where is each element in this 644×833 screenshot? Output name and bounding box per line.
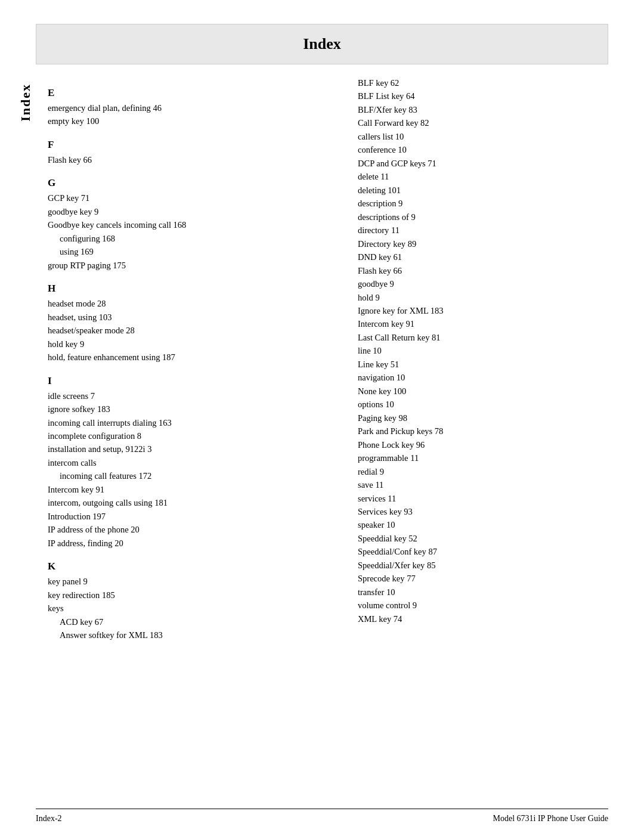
list-item: Park and Pickup keys 78 — [346, 425, 608, 438]
section-header-e: E — [48, 87, 310, 99]
section-header-i: I — [48, 375, 310, 387]
list-item: delete 11 — [346, 170, 608, 183]
list-item: XML key 74 — [346, 612, 608, 625]
section-header-h: H — [48, 283, 310, 295]
list-item: hold 9 — [346, 291, 608, 304]
list-item: Last Call Return key 81 — [346, 331, 608, 344]
list-item: speaker 10 — [346, 518, 608, 531]
list-item: Ignore key for XML 183 — [346, 304, 608, 317]
left-column: Eemergency dial plan, defining 46empty k… — [48, 76, 328, 797]
list-item: Sprecode key 77 — [346, 572, 608, 585]
main-content: Eemergency dial plan, defining 46empty k… — [48, 76, 608, 797]
list-item: incoming call features 172 — [48, 469, 310, 482]
page-title: Index — [36, 35, 608, 53]
list-item: deleting 101 — [346, 184, 608, 197]
list-item: callers list 10 — [346, 130, 608, 143]
list-item: descriptions of 9 — [346, 210, 608, 224]
section-header-g: G — [48, 177, 310, 189]
list-item: goodbye 9 — [346, 277, 608, 290]
list-item: group RTP paging 175 — [48, 259, 310, 272]
list-item: Intercom key 91 — [48, 483, 310, 496]
list-item: Line key 51 — [346, 358, 608, 371]
list-item: emergency dial plan, defining 46 — [48, 101, 310, 114]
list-item: line 10 — [346, 344, 608, 357]
side-label: Index — [18, 83, 33, 122]
list-item: goodbye key 9 — [48, 205, 310, 218]
footer: Index-2 Model 6731i IP Phone User Guide — [36, 809, 608, 833]
list-item: BLF List key 64 — [346, 89, 608, 103]
list-item: Answer softkey for XML 183 — [48, 628, 310, 642]
list-item: empty key 100 — [48, 114, 310, 128]
list-item: transfer 10 — [346, 586, 608, 599]
list-item: Introduction 197 — [48, 510, 310, 523]
list-item: Speeddial/Conf key 87 — [346, 545, 608, 558]
list-item: headset/speaker mode 28 — [48, 324, 310, 337]
list-item: key panel 9 — [48, 575, 310, 588]
section-header-f: F — [48, 139, 310, 151]
list-item: volume control 9 — [346, 599, 608, 612]
list-item: keys — [48, 602, 310, 615]
list-item: programmable 11 — [346, 451, 608, 465]
list-item: configuring 168 — [48, 232, 310, 245]
list-item: incoming call interrupts dialing 163 — [48, 416, 310, 429]
list-item: Speeddial/Xfer key 85 — [346, 559, 608, 572]
list-item: DND key 61 — [346, 250, 608, 264]
list-item: headset, using 103 — [48, 311, 310, 324]
list-item: Flash key 66 — [48, 153, 310, 166]
list-item: ACD key 67 — [48, 615, 310, 628]
list-item: services 11 — [346, 492, 608, 505]
list-item: redial 9 — [346, 465, 608, 478]
list-item: save 11 — [346, 478, 608, 491]
list-item: intercom, outgoing calls using 181 — [48, 496, 310, 509]
footer-left: Index-2 — [36, 814, 62, 823]
list-item: BLF/Xfer key 83 — [346, 103, 608, 116]
list-item: installation and setup, 9122i 3 — [48, 442, 310, 456]
list-item: IP address of the phone 20 — [48, 523, 310, 536]
list-item: hold key 9 — [48, 337, 310, 351]
list-item: IP address, finding 20 — [48, 537, 310, 550]
list-item: Intercom key 91 — [346, 317, 608, 330]
list-item: DCP and GCP keys 71 — [346, 157, 608, 170]
list-item: BLF key 62 — [346, 76, 608, 89]
list-item: Goodbye key cancels incoming call 168 — [48, 218, 310, 231]
list-item: description 9 — [346, 197, 608, 210]
list-item: idle screens 7 — [48, 389, 310, 402]
list-item: GCP key 71 — [48, 191, 310, 205]
list-item: ignore sofkey 183 — [48, 402, 310, 416]
list-item: Paging key 98 — [346, 411, 608, 425]
right-column: BLF key 62BLF List key 64BLF/Xfer key 83… — [328, 76, 608, 797]
list-item: incomplete configuration 8 — [48, 429, 310, 442]
list-item: hold, feature enhancement using 187 — [48, 351, 310, 364]
list-item: headset mode 28 — [48, 297, 310, 310]
list-item: navigation 10 — [346, 371, 608, 384]
list-item: key redirection 185 — [48, 589, 310, 602]
list-item: using 169 — [48, 245, 310, 258]
list-item: Flash key 66 — [346, 264, 608, 277]
list-item: Speeddial key 52 — [346, 532, 608, 545]
section-header-k: K — [48, 561, 310, 572]
list-item: directory 11 — [346, 224, 608, 237]
list-item: options 10 — [346, 398, 608, 411]
page: Index Index Eemergency dial plan, defini… — [0, 0, 644, 833]
footer-right: Model 6731i IP Phone User Guide — [493, 814, 608, 823]
list-item: Directory key 89 — [346, 237, 608, 250]
list-item: None key 100 — [346, 385, 608, 398]
list-item: conference 10 — [346, 143, 608, 156]
list-item: intercom calls — [48, 456, 310, 469]
list-item: Phone Lock key 96 — [346, 438, 608, 451]
list-item: Services key 93 — [346, 505, 608, 518]
title-box: Index — [36, 24, 608, 64]
list-item: Call Forward key 82 — [346, 116, 608, 129]
